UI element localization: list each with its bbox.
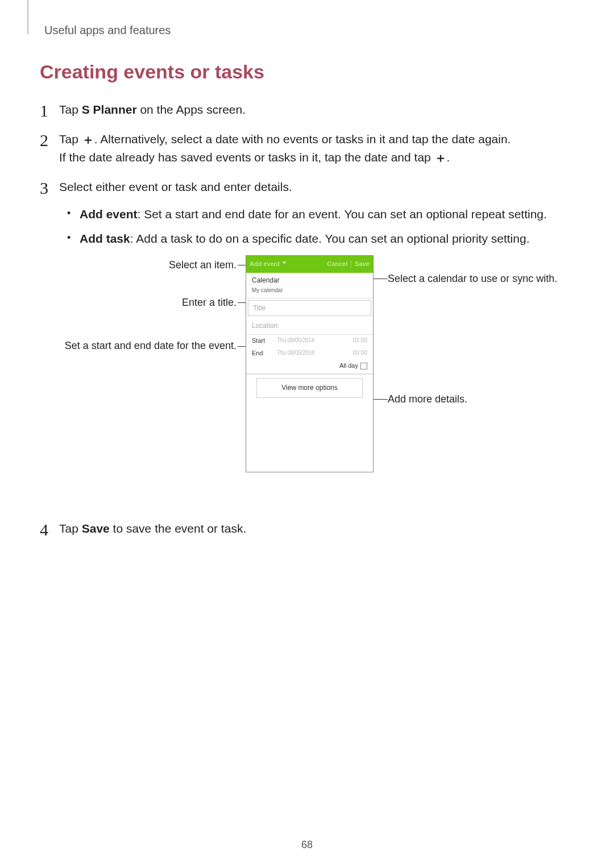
bullet-add-event: Add event: Set a start and end date for … [80, 206, 574, 223]
save-word: Save [82, 522, 110, 535]
phone-header: Add event Cancel Save [246, 256, 373, 273]
step-number: 2 [40, 131, 59, 149]
calendar-row[interactable]: Calendar My calendar [246, 273, 373, 298]
end-label: End [252, 349, 272, 358]
callout-line [374, 279, 388, 279]
title-row [248, 300, 371, 316]
page-margin-rule [27, 0, 28, 34]
callout-line [238, 302, 246, 303]
step-number: 1 [40, 101, 59, 119]
end-date: Thu 08/05/2014 [277, 349, 343, 358]
text: Select either event or task and enter de… [59, 180, 292, 193]
step-number: 3 [40, 178, 59, 197]
callout-select-item: Select an item. [59, 259, 237, 272]
bullet-text: : Add a task to do on a specific date. Y… [130, 232, 530, 245]
page-heading: Creating events or tasks [40, 61, 574, 83]
view-more-button[interactable]: View more options [256, 378, 363, 398]
callout-add-more: Add more details. [388, 393, 564, 406]
location-row [246, 318, 373, 334]
step-3: 3 Select either event or task and enter … [40, 178, 574, 509]
callout-set-dates: Set a start and end date for the event. [59, 339, 237, 352]
bullet-label: Add event [80, 207, 138, 221]
title-input[interactable] [253, 303, 366, 313]
section-label: Useful apps and features [40, 24, 574, 37]
cancel-button[interactable]: Cancel [327, 260, 347, 269]
text: . [447, 151, 450, 164]
add-event-dropdown[interactable]: Add event [250, 260, 285, 269]
separator [351, 260, 351, 268]
step-number: 4 [40, 520, 59, 538]
bullet-text: : Set a start and end date for an event.… [138, 207, 547, 221]
calendar-label: Calendar [252, 276, 367, 285]
callout-line [238, 346, 246, 347]
step-4: 4 Tap Save to save the event or task. [40, 520, 574, 538]
end-time: 03:00 [348, 349, 367, 358]
save-button[interactable]: Save [355, 260, 370, 269]
step-body: Tap S Planner on the Apps screen. [59, 101, 574, 118]
text: on the Apps screen. [137, 103, 246, 116]
bullet-list: Add event: Set a start and end date for … [59, 206, 574, 247]
screenshot-diagram: Select an item. Enter a title. Set a sta… [59, 255, 571, 500]
bullet-add-task: Add task: Add a task to do on a specific… [80, 230, 574, 247]
dates-row: Start Thu 08/05/2014 02:00 End Thu 08/05… [246, 335, 373, 375]
page-number: 68 [0, 839, 614, 851]
start-line[interactable]: Start Thu 08/05/2014 02:00 [246, 335, 373, 347]
step-body: Tap Save to save the event or task. [59, 520, 574, 537]
plus-icon: ＋ [82, 131, 94, 149]
step-1: 1 Tap S Planner on the Apps screen. [40, 101, 574, 119]
text: Tap [59, 522, 82, 535]
end-line[interactable]: End Thu 08/05/2014 03:00 [246, 347, 373, 360]
phone-mockup: Add event Cancel Save Calendar My calend… [246, 255, 374, 472]
page-content: Useful apps and features Creating events… [0, 0, 614, 538]
start-label: Start [252, 337, 272, 346]
step-body: Tap ＋. Alternatively, select a date with… [59, 131, 574, 167]
step-body: Select either event or task and enter de… [59, 178, 574, 509]
step-list: 1 Tap S Planner on the Apps screen. 2 Ta… [40, 101, 574, 538]
plus-icon: ＋ [434, 149, 447, 167]
checkbox-icon[interactable] [360, 363, 367, 369]
bullet-label: Add task [80, 232, 130, 245]
text: Tap [59, 132, 82, 146]
allday-label: All day [339, 362, 358, 371]
text: If the date already has saved events or … [59, 151, 434, 164]
start-date: Thu 08/05/2014 [277, 337, 343, 345]
text: Tap [59, 103, 82, 116]
allday-line[interactable]: All day [246, 360, 373, 374]
start-time: 02:00 [348, 337, 367, 345]
callout-enter-title: Enter a title. [59, 296, 237, 309]
text: . Alternatively, select a date with no e… [94, 132, 511, 146]
text: to save the event or task. [110, 522, 246, 535]
calendar-value: My calendar [252, 286, 367, 295]
callout-select-calendar: Select a calendar to use or sync with. [388, 272, 564, 285]
callout-line [238, 265, 246, 265]
location-input[interactable] [252, 321, 367, 331]
step-2: 2 Tap ＋. Alternatively, select a date wi… [40, 131, 574, 167]
app-name: S Planner [82, 103, 137, 116]
